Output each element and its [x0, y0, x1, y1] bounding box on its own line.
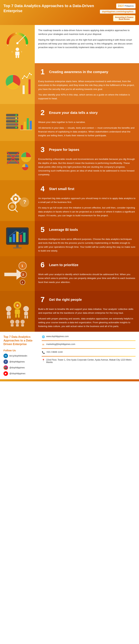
svg-text:↑: ↑ [11, 50, 13, 54]
svg-rect-79 [18, 314, 20, 318]
contact-website-text: www.dvphilippines.com [46, 335, 69, 338]
svg-rect-30 [21, 125, 23, 130]
section-4-para1: An important big data analytics approach… [38, 196, 135, 204]
section-3-para1: Encountering unfavorable results and inc… [38, 157, 135, 176]
svg-rect-62 [13, 247, 22, 248]
svg-rect-33 [30, 121, 32, 130]
svg-rect-58 [16, 232, 19, 242]
section-3: 3 Prepare for lapses Encountering unfavo… [0, 141, 139, 180]
contact-email-text: marketing@dvphilippines.com [46, 343, 75, 346]
svg-rect-14 [29, 79, 31, 94]
section-7-illustration: ⚙ [3, 296, 32, 327]
section-7-body: Build a BI team to breathe life and supp… [38, 307, 135, 328]
social-facebook[interactable]: f @dvphilippines [4, 360, 38, 364]
svg-rect-60 [23, 232, 26, 242]
svg-line-52 [15, 209, 17, 212]
contact-email: ✉ marketing@dvphilippines.com [42, 343, 135, 346]
svg-rect-32 [27, 118, 29, 130]
intro-section: 1 2 3 ↑ ↑ The roadmap towards a data-dri… [0, 25, 139, 63]
svg-rect-10 [18, 55, 19, 58]
section-2-number: 2 [38, 108, 47, 118]
youtube-icon: ▶ [4, 371, 8, 376]
section-7: ⚙ 7 [0, 291, 139, 332]
header-left: Top 7 Data Analytics Approaches to a Dat… [4, 4, 100, 13]
svg-rect-31 [24, 122, 26, 130]
svg-rect-12 [23, 86, 25, 94]
follow-us-label: Follow Us [4, 349, 38, 352]
section-5-header: 5 Leverage BI tools [38, 224, 135, 235]
section-6-content: 6 Learn to prioritize Work with your ana… [35, 256, 139, 291]
social-links: in bit.ly/dvphlinkedin f @dvphilippines … [4, 354, 38, 376]
divider-3 [42, 356, 135, 356]
svg-rect-73 [15, 309, 20, 314]
svg-text:1: 1 [21, 264, 23, 268]
section-2-body: Weave your data together to form a narra… [38, 120, 135, 138]
section-4: ? 4 Start small first An important big d… [0, 180, 139, 221]
svg-point-28 [16, 124, 17, 125]
svg-rect-9 [16, 55, 17, 58]
logo-box: D&V Philippines [116, 4, 135, 8]
contact-address-text: 22nd Floor, Tower 1, One Ayala Corporate… [46, 359, 135, 364]
section-1-number: 1 [38, 67, 47, 77]
review-badge: Accounting & FinanceBook Review [113, 15, 135, 22]
facebook-label: @dvphilippines [9, 360, 25, 363]
section-2-title: Ensure your data tells a story [49, 110, 98, 115]
divider-1 [42, 340, 135, 341]
section-5-body: Business intelligence tools serve differ… [38, 237, 135, 253]
svg-rect-59 [20, 235, 22, 242]
section-2-content: 2 Ensure your data tells a story Weave y… [35, 104, 139, 141]
section-6-number: 6 [38, 260, 47, 270]
svg-rect-77 [24, 312, 28, 315]
logo-ph: Philippines [124, 5, 134, 7]
section-6-body: Work with your analyst to identify which… [38, 272, 135, 284]
svg-text:?: ? [23, 199, 26, 205]
contact-phone-text: +63 2 8846 1144 [46, 351, 63, 353]
facebook-icon: f [4, 360, 8, 364]
svg-text:⚙: ⚙ [16, 304, 19, 307]
email-icon: ✉ [42, 343, 45, 346]
svg-point-17 [26, 77, 28, 78]
section-2-para1: Weave your data together to form a narra… [38, 120, 135, 124]
section-1-body: Every business enterprise starts here. W… [38, 80, 135, 100]
header-right: D&V Philippines dvphilippines.com/infogr… [100, 4, 135, 22]
svg-point-44 [14, 197, 17, 200]
svg-rect-87 [16, 324, 19, 326]
section-3-image [0, 141, 35, 180]
svg-rect-13 [26, 83, 28, 94]
svg-point-29 [16, 127, 17, 128]
svg-point-15 [22, 78, 23, 79]
social-linkedin[interactable]: in bit.ly/dvphlinkedin [4, 354, 38, 358]
contact-website: 🌐 www.dvphilippines.com [42, 335, 135, 338]
section-3-content: 3 Prepare for lapses Encountering unfavo… [35, 141, 139, 180]
social-instagram[interactable]: 📷 @dvphilippines [4, 366, 38, 370]
footer-right: 🌐 www.dvphilippines.com ✉ marketing@dvph… [42, 335, 135, 366]
svg-text:3: 3 [26, 44, 27, 46]
svg-point-27 [16, 121, 17, 122]
svg-text:2: 2 [16, 32, 17, 34]
section-1-illustration [3, 70, 32, 98]
footer-logo-title: Top 7 Data Analytics Approaches to a Dat… [4, 335, 38, 346]
location-icon: 📍 [42, 359, 45, 362]
svg-point-1 [16, 42, 19, 44]
instagram-icon: 📷 [4, 366, 8, 370]
intro-para1: The roadmap towards a data-driven future… [38, 28, 135, 36]
section-4-body: An important big data analytics approach… [38, 196, 135, 218]
instagram-label: @dvphilippines [9, 366, 25, 369]
svg-rect-82 [25, 316, 26, 318]
section-4-para2: It's easy to go full-scale once the init… [38, 206, 135, 218]
section-1-para1: Every business enterprise starts here. W… [38, 80, 135, 91]
svg-rect-78 [15, 314, 17, 318]
section-3-number: 3 [38, 144, 47, 155]
section-2-para2: All elements in your data — visuals, tex… [38, 126, 135, 138]
section-3-header: 3 Prepare for lapses [38, 144, 135, 155]
person-illustration: ↑ ↑ [11, 47, 24, 59]
youtube-label: @/dvphilippines [9, 372, 25, 375]
section-1-content: 1 Creating awareness in the company Ever… [35, 63, 139, 104]
svg-text:2: 2 [22, 273, 24, 276]
gauge-illustration: 1 2 3 [5, 29, 30, 47]
footer-section: Top 7 Data Analytics Approaches to a Dat… [0, 332, 139, 379]
svg-point-53 [11, 205, 14, 208]
section-6-header: 6 Learn to prioritize [38, 260, 135, 270]
social-youtube[interactable]: ▶ @/dvphilippines [4, 371, 38, 376]
page-header: Top 7 Data Analytics Approaches to a Dat… [0, 0, 139, 25]
